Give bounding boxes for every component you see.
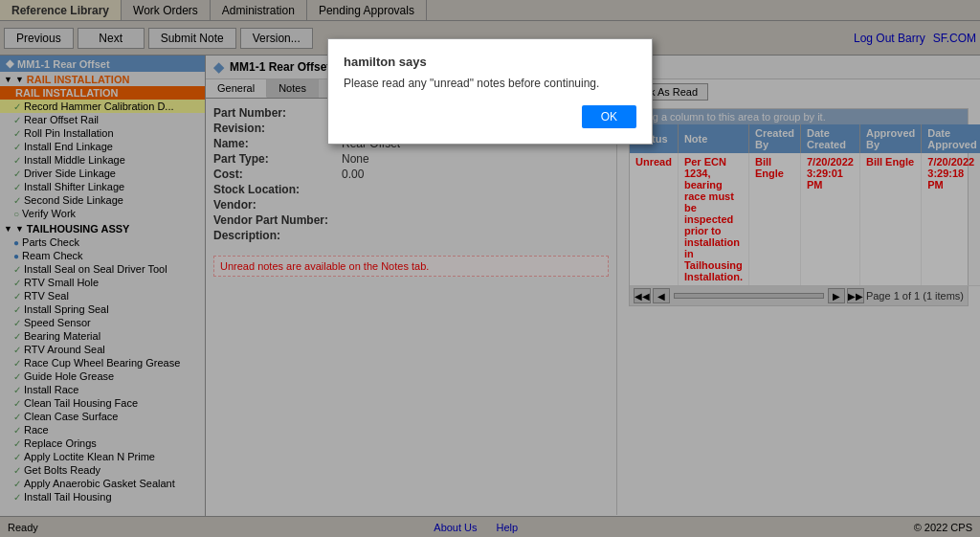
modal-dialog: hamilton says Please read any "unread" n… [327, 38, 653, 145]
modal-title: hamilton says [344, 55, 636, 69]
modal-body: Please read any "unread" notes before co… [344, 77, 636, 90]
modal-footer: OK [344, 105, 636, 128]
modal-overlay: hamilton says Please read any "unread" n… [0, 0, 980, 537]
modal-ok-button[interactable]: OK [582, 105, 636, 128]
